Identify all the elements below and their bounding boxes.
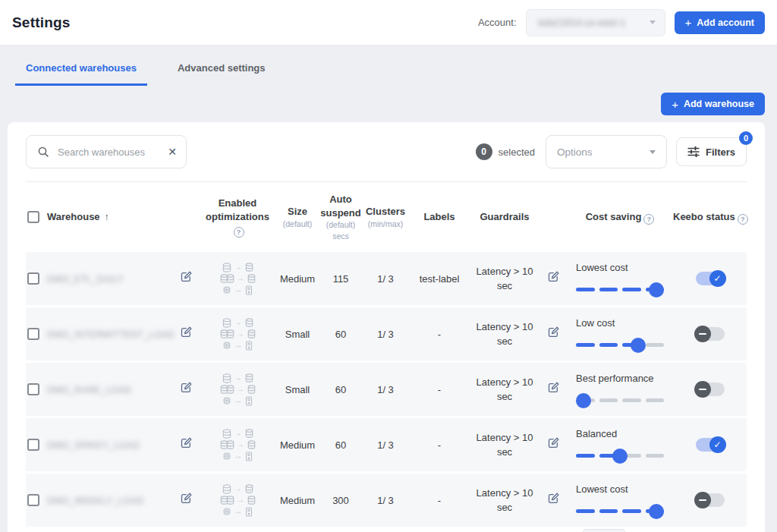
size-value: Medium — [280, 495, 315, 506]
tab-connected-warehouses[interactable]: Connected warehouses — [15, 62, 147, 86]
toggle-thumb: ✓ — [709, 436, 726, 453]
column-cost-saving: Cost saving? — [567, 210, 673, 225]
row-checkbox[interactable] — [27, 494, 39, 506]
column-guardrails: Guardrails — [470, 210, 539, 224]
warehouse-name: DMO_WEEKLY_LOAD — [47, 496, 144, 506]
enabled-optimizations-icons: → → ↔ — [200, 483, 275, 518]
warehouse-resize-icon: → — [200, 317, 275, 329]
size-value: Medium — [280, 273, 315, 285]
filters-count-badge: 0 — [739, 131, 753, 145]
warehouse-name: DMO_SPIKEY_LOAD — [47, 440, 140, 451]
column-warehouse[interactable]: Warehouse ↑ — [47, 210, 172, 224]
column-size: Size (default) — [275, 205, 319, 229]
warehouse-name: DMO_INTERMITTENT_LOAD — [47, 329, 175, 340]
size-value: Small — [285, 384, 310, 395]
cost-saving-slider[interactable] — [576, 504, 664, 519]
cost-saving-label: Balanced — [576, 427, 673, 442]
cost-saving-label: Low cost — [576, 316, 673, 331]
tab-advanced-settings[interactable]: Advanced settings — [167, 62, 276, 86]
labels-value: test-label — [420, 273, 460, 285]
toggle-thumb: ✓ — [694, 326, 711, 342]
keebo-status-toggle[interactable]: ✓ — [696, 272, 725, 285]
labels-value: - — [438, 384, 441, 395]
clusters-value: 1/ 3 — [377, 273, 394, 285]
row-checkbox[interactable] — [27, 272, 39, 285]
keebo-status-toggle[interactable]: ✓ — [696, 327, 725, 341]
toggle-thumb: ✓ — [709, 270, 726, 287]
keebo-status-toggle[interactable]: ✓ — [696, 438, 725, 452]
chevron-down-icon — [650, 150, 656, 154]
account-label: Account: — [478, 17, 517, 28]
toggle-thumb: ✓ — [694, 492, 711, 508]
cluster-consolidation-icon: → — [200, 384, 275, 395]
help-icon[interactable]: ? — [738, 214, 748, 225]
slider-thumb[interactable] — [649, 504, 664, 519]
slider-thumb[interactable] — [612, 449, 628, 464]
chevron-down-icon — [650, 20, 656, 24]
plus-icon: + — [672, 99, 678, 110]
column-keebo-status: Keebo status? — [673, 210, 748, 225]
options-dropdown[interactable]: Options — [546, 135, 667, 168]
table-header: Warehouse ↑ Enabled optimizations? Size … — [26, 181, 747, 252]
warehouse-resize-icon: → — [200, 483, 275, 495]
edit-warehouse-icon[interactable] — [180, 436, 193, 449]
edit-warehouse-icon[interactable] — [180, 326, 193, 338]
keebo-status-toggle[interactable]: ✓ — [696, 493, 725, 507]
row-checkbox[interactable] — [27, 328, 39, 340]
account-selector[interactable]: kda21614.us-east-1 — [526, 9, 665, 36]
cost-saving-slider[interactable] — [576, 338, 664, 353]
auto-suspend-value: 300 — [332, 495, 349, 506]
cost-saving-slider[interactable] — [576, 449, 664, 464]
options-placeholder: Options — [557, 146, 593, 158]
guardrail-value: Latency > 10 sec — [477, 432, 533, 458]
warehouse-name: DMO_RARE_LOAD — [47, 385, 131, 395]
add-warehouse-button[interactable]: + Add warehouse — [661, 93, 765, 115]
compute-memory-icon: ↔ — [200, 285, 275, 296]
size-value: Medium — [280, 439, 315, 451]
search-icon — [37, 146, 49, 158]
warehouse-resize-icon: → — [200, 262, 275, 273]
slider-thumb[interactable] — [631, 338, 646, 353]
toolbar-right: 0 selected Options Filters 0 — [476, 135, 747, 168]
search-warehouses-input[interactable] — [58, 146, 159, 158]
cost-saving-slider[interactable] — [576, 282, 664, 297]
enabled-optimizations-icons: → → ↔ — [200, 373, 275, 407]
edit-guardrail-icon[interactable] — [547, 492, 560, 505]
add-account-button[interactable]: + Add account — [675, 11, 765, 34]
edit-guardrail-icon[interactable] — [547, 381, 560, 394]
row-checkbox[interactable] — [27, 383, 39, 395]
minus-icon — [699, 499, 706, 501]
edit-guardrail-icon[interactable] — [547, 436, 560, 449]
column-clusters: Clusters (min/max) — [362, 205, 409, 229]
edit-warehouse-icon[interactable] — [180, 381, 193, 394]
slider-thumb[interactable] — [649, 282, 664, 297]
filters-button[interactable]: Filters 0 — [676, 137, 747, 166]
edit-guardrail-icon[interactable] — [547, 270, 560, 283]
guardrail-value: Latency > 10 sec — [477, 266, 533, 292]
auto-suspend-value: 115 — [333, 273, 349, 285]
clear-search-icon[interactable]: ✕ — [168, 146, 177, 157]
column-labels: Labels — [409, 210, 470, 224]
slider-thumb[interactable] — [576, 393, 591, 408]
rows-per-page-control[interactable] — [582, 529, 626, 532]
help-icon[interactable]: ? — [643, 214, 654, 225]
auto-suspend-value: 60 — [335, 439, 346, 451]
top-bar-right: Account: kda21614.us-east-1 + Add accoun… — [478, 9, 765, 36]
help-icon[interactable]: ? — [234, 227, 244, 238]
auto-suspend-value: 60 — [335, 384, 346, 395]
table-row: DMO_RARE_LOAD → → ↔ — [26, 363, 747, 416]
check-icon: ✓ — [713, 440, 721, 449]
row-checkbox[interactable] — [27, 439, 39, 451]
plus-icon: + — [685, 17, 692, 28]
warehouse-name: DMO_ETL_DAILY — [47, 274, 124, 285]
edit-guardrail-icon[interactable] — [547, 326, 560, 338]
compute-memory-icon: ↔ — [200, 451, 275, 462]
labels-value: - — [438, 439, 441, 451]
filter-sliders-icon — [687, 146, 700, 157]
keebo-status-toggle[interactable]: ✓ — [696, 382, 725, 396]
search-box[interactable]: ✕ — [26, 135, 187, 168]
select-all-checkbox[interactable] — [27, 211, 39, 223]
edit-warehouse-icon[interactable] — [180, 270, 193, 283]
cost-saving-slider[interactable] — [576, 393, 664, 408]
edit-warehouse-icon[interactable] — [180, 492, 193, 505]
